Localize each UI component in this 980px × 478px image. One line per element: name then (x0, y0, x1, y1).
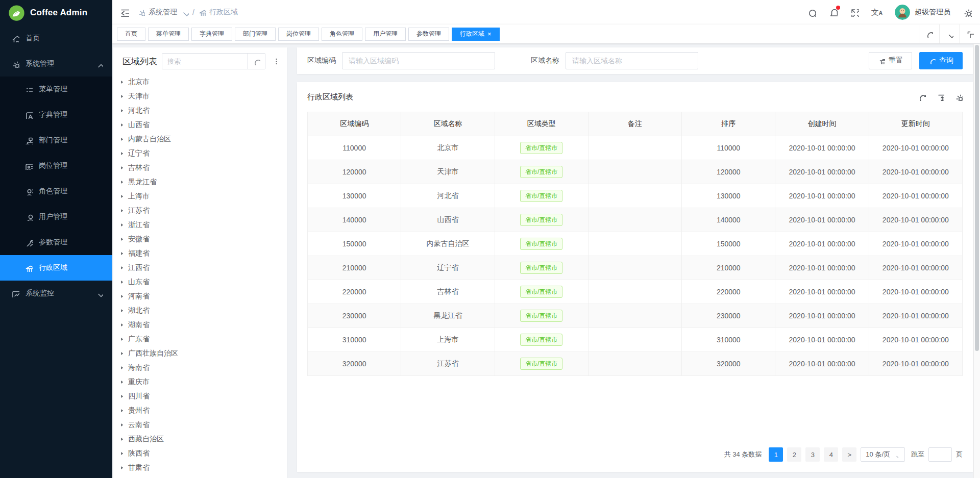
user-menu[interactable]: 超级管理员 (895, 5, 950, 20)
caret-right-icon[interactable] (119, 408, 125, 413)
caret-right-icon[interactable] (119, 280, 125, 285)
tree-item-海南省[interactable]: 海南省 (119, 361, 287, 375)
caret-right-icon[interactable] (119, 108, 125, 113)
caret-right-icon[interactable] (119, 380, 125, 385)
caret-right-icon[interactable] (119, 294, 125, 299)
caret-right-icon[interactable] (119, 137, 125, 142)
caret-right-icon[interactable] (119, 422, 125, 427)
tree-item-天津市[interactable]: 天津市 (119, 89, 287, 104)
caret-right-icon[interactable] (119, 208, 125, 213)
caret-right-icon[interactable] (119, 365, 125, 370)
tree-item-湖南省[interactable]: 湖南省 (119, 318, 287, 332)
app-logo[interactable]: Coffee Admin (0, 0, 112, 26)
jump-page-input[interactable] (928, 447, 952, 462)
caret-right-icon[interactable] (119, 222, 125, 228)
sidebar-item-dept-mgmt[interactable]: 部门管理 (0, 128, 112, 153)
maximize-content-icon[interactable] (960, 24, 980, 43)
sidebar-item-region[interactable]: 行政区域 (0, 255, 112, 281)
tab-参数管理[interactable]: 参数管理 (408, 28, 449, 41)
sidebar-item-post-mgmt[interactable]: 岗位管理 (0, 153, 112, 179)
tab-岗位管理[interactable]: 岗位管理 (278, 28, 319, 41)
page-button-2[interactable]: 2 (787, 447, 801, 462)
tree-item-甘肃省[interactable]: 甘肃省 (119, 461, 287, 475)
translate-icon[interactable]: 文A (871, 8, 883, 16)
fullscreen-icon[interactable] (850, 8, 859, 17)
next-page-button[interactable]: > (842, 447, 856, 462)
page-button-3[interactable]: 3 (805, 447, 820, 462)
tree-search-button[interactable] (248, 54, 265, 69)
tab-行政区域[interactable]: 行政区域× (452, 28, 500, 41)
tree-item-陕西省[interactable]: 陕西省 (119, 446, 287, 461)
chevron-down-icon[interactable] (181, 8, 189, 16)
caret-right-icon[interactable] (119, 351, 125, 356)
sidebar-item-user-mgmt[interactable]: 用户管理 (0, 204, 112, 230)
caret-right-icon[interactable] (119, 337, 125, 342)
caret-right-icon[interactable] (119, 465, 125, 470)
tree-item-吉林省[interactable]: 吉林省 (119, 161, 287, 175)
scrollbar-thumb[interactable] (975, 45, 979, 351)
caret-right-icon[interactable] (119, 122, 125, 128)
tree-item-黑龙江省[interactable]: 黑龙江省 (119, 175, 287, 189)
sidebar-group-system[interactable]: 系统管理 (0, 51, 112, 77)
caret-right-icon[interactable] (119, 322, 125, 328)
tree-item-上海市[interactable]: 上海市 (119, 189, 287, 204)
query-button[interactable]: 查询 (919, 52, 963, 69)
tree-item-云南省[interactable]: 云南省 (119, 418, 287, 432)
tree-item-河南省[interactable]: 河南省 (119, 289, 287, 304)
tree-item-山东省[interactable]: 山东省 (119, 275, 287, 289)
tree-item-内蒙古自治区[interactable]: 内蒙古自治区 (119, 132, 287, 146)
sidebar-item-param-mgmt[interactable]: 参数管理 (0, 230, 112, 255)
sidebar-item-role-mgmt[interactable]: 角色管理 (0, 179, 112, 204)
tab-菜单管理[interactable]: 菜单管理 (148, 28, 189, 41)
collapse-sidebar-icon[interactable] (116, 4, 132, 20)
breadcrumb-group[interactable]: 系统管理 (149, 8, 177, 17)
tree-more-options-icon[interactable] (270, 56, 283, 67)
caret-right-icon[interactable] (119, 437, 125, 442)
tree-item-安徽省[interactable]: 安徽省 (119, 232, 287, 246)
tree-search-input[interactable] (162, 54, 248, 69)
caret-right-icon[interactable] (119, 251, 125, 256)
sidebar-item-home[interactable]: 首页 (0, 26, 112, 51)
tab-options-chevron-icon[interactable] (939, 24, 960, 43)
sidebar-item-dict-mgmt[interactable]: 字典管理 (0, 102, 112, 128)
caret-right-icon[interactable] (119, 80, 125, 85)
page-size-select[interactable]: 10 条/页 (861, 447, 905, 462)
region-name-input[interactable] (566, 52, 698, 69)
search-icon[interactable] (807, 8, 816, 17)
page-button-1[interactable]: 1 (769, 447, 783, 462)
tree-item-江西省[interactable]: 江西省 (119, 261, 287, 275)
tree-item-青海省[interactable]: 青海省 (119, 475, 287, 478)
column-settings-gear-icon[interactable] (954, 93, 963, 101)
caret-right-icon[interactable] (119, 94, 125, 99)
row-density-icon[interactable] (936, 93, 944, 101)
tree-item-北京市[interactable]: 北京市 (119, 75, 287, 89)
caret-right-icon[interactable] (119, 237, 125, 242)
caret-right-icon[interactable] (119, 265, 125, 270)
tree-item-四川省[interactable]: 四川省 (119, 389, 287, 404)
notification-bell-icon[interactable] (828, 8, 838, 17)
tab-首页[interactable]: 首页 (117, 28, 145, 41)
caret-right-icon[interactable] (119, 451, 125, 456)
tree-item-湖北省[interactable]: 湖北省 (119, 304, 287, 318)
tree-item-广东省[interactable]: 广东省 (119, 332, 287, 346)
tree-item-江苏省[interactable]: 江苏省 (119, 204, 287, 218)
caret-right-icon[interactable] (119, 394, 125, 399)
vertical-scrollbar[interactable] (973, 44, 980, 478)
settings-gear-icon[interactable] (963, 8, 972, 17)
tab-部门管理[interactable]: 部门管理 (235, 28, 276, 41)
sidebar-item-menu-mgmt[interactable]: 菜单管理 (0, 77, 112, 102)
caret-right-icon[interactable] (119, 165, 125, 170)
tree-item-山西省[interactable]: 山西省 (119, 118, 287, 132)
tree-item-河北省[interactable]: 河北省 (119, 104, 287, 118)
tree-item-广西壮族自治区[interactable]: 广西壮族自治区 (119, 346, 287, 361)
tree-item-浙江省[interactable]: 浙江省 (119, 218, 287, 232)
tree-item-重庆市[interactable]: 重庆市 (119, 375, 287, 389)
region-code-input[interactable] (342, 52, 495, 69)
refresh-tab-icon[interactable] (919, 24, 939, 43)
caret-right-icon[interactable] (119, 151, 125, 156)
caret-right-icon[interactable] (119, 180, 125, 185)
page-button-4[interactable]: 4 (824, 447, 838, 462)
reset-button[interactable]: 重置 (869, 52, 912, 69)
tab-用户管理[interactable]: 用户管理 (365, 28, 406, 41)
caret-right-icon[interactable] (119, 194, 125, 199)
